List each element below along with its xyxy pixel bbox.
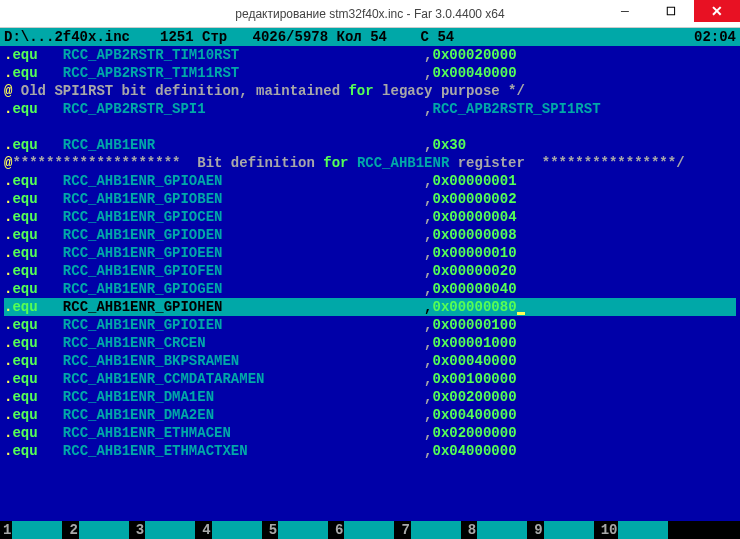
editor-line: .equ RCC_AHB1ENR_BKPSRAMEN ,0x00040000: [4, 352, 736, 370]
editor-line: [4, 118, 736, 136]
fkey-1[interactable]: 1: [2, 521, 62, 539]
editor-line: .equ RCC_APB2RSTR_SPI1 ,RCC_APB2RSTR_SPI…: [4, 100, 736, 118]
minimize-button[interactable]: ─: [602, 0, 648, 22]
fkey-number: 7: [400, 521, 410, 539]
status-info: 1251 Стр 4026/5978 Кол 54 С 54: [130, 28, 694, 46]
fkey-10[interactable]: 10: [600, 521, 669, 539]
fkey-7[interactable]: 7: [400, 521, 460, 539]
fkey-2[interactable]: 2: [68, 521, 128, 539]
fkey-number: 9: [533, 521, 543, 539]
editor-line: .equ RCC_AHB1ENR_GPIOGEN ,0x00000040: [4, 280, 736, 298]
maximize-button[interactable]: ☐: [648, 0, 694, 22]
fkey-number: 10: [600, 521, 619, 539]
editor-line: .equ RCC_AHB1ENR_GPIOCEN ,0x00000004: [4, 208, 736, 226]
editor-line: .equ RCC_AHB1ENR_GPIODEN ,0x00000008: [4, 226, 736, 244]
editor-line: .equ RCC_APB2RSTR_TIM11RST ,0x00040000: [4, 64, 736, 82]
fkey-number: 4: [201, 521, 211, 539]
text-cursor: [517, 312, 525, 315]
status-path: D:\...2f40x.inc: [4, 28, 130, 46]
close-button[interactable]: ✕: [694, 0, 740, 22]
editor-line: .equ RCC_AHB1ENR_ETHMACTXEN ,0x04000000: [4, 442, 736, 460]
status-time: 02:04: [694, 28, 736, 46]
fkey-label: [618, 521, 668, 539]
editor-line: .equ RCC_AHB1ENR_DMA2EN ,0x00400000: [4, 406, 736, 424]
fkey-label: [12, 521, 62, 539]
editor-area[interactable]: .equ RCC_APB2RSTR_TIM10RST ,0x00020000.e…: [0, 46, 740, 460]
fkey-label: [344, 521, 394, 539]
fkey-label: [212, 521, 262, 539]
editor-line: @ Old SPI1RST bit definition, maintained…: [4, 82, 736, 100]
function-key-bar: 12345678910: [0, 521, 740, 539]
editor-line: .equ RCC_AHB1ENR_GPIOBEN ,0x00000002: [4, 190, 736, 208]
editor-line: .equ RCC_AHB1ENR_GPIOEEN ,0x00000010: [4, 244, 736, 262]
window-title: редактирование stm32f40x.inc - Far 3.0.4…: [235, 7, 504, 21]
fkey-9[interactable]: 9: [533, 521, 593, 539]
fkey-number: 5: [268, 521, 278, 539]
editor-line: .equ RCC_AHB1ENR_ETHMACEN ,0x02000000: [4, 424, 736, 442]
editor-line: .equ RCC_AHB1ENR_CCMDATARAMEN ,0x0010000…: [4, 370, 736, 388]
editor-line: .equ RCC_AHB1ENR_CRCEN ,0x00001000: [4, 334, 736, 352]
editor-line: @******************** Bit definition for…: [4, 154, 736, 172]
editor-line: .equ RCC_AHB1ENR_GPIOFEN ,0x00000020: [4, 262, 736, 280]
window-titlebar: редактирование stm32f40x.inc - Far 3.0.4…: [0, 0, 740, 28]
fkey-label: [477, 521, 527, 539]
fkey-6[interactable]: 6: [334, 521, 394, 539]
editor-line: .equ RCC_AHB1ENR_GPIOAEN ,0x00000001: [4, 172, 736, 190]
fkey-number: 8: [467, 521, 477, 539]
fkey-label: [411, 521, 461, 539]
fkey-label: [544, 521, 594, 539]
fkey-number: 6: [334, 521, 344, 539]
fkey-number: 2: [68, 521, 78, 539]
fkey-number: 3: [135, 521, 145, 539]
fkey-number: 1: [2, 521, 12, 539]
fkey-label: [145, 521, 195, 539]
editor-status-bar: D:\...2f40x.inc 1251 Стр 4026/5978 Кол 5…: [0, 28, 740, 46]
fkey-5[interactable]: 5: [268, 521, 328, 539]
editor-line: .equ RCC_AHB1ENR_DMA1EN ,0x00200000: [4, 388, 736, 406]
fkey-8[interactable]: 8: [467, 521, 527, 539]
editor-line: .equ RCC_APB2RSTR_TIM10RST ,0x00020000: [4, 46, 736, 64]
fkey-3[interactable]: 3: [135, 521, 195, 539]
editor-line: .equ RCC_AHB1ENR_GPIOIEN ,0x00000100: [4, 316, 736, 334]
window-controls: ─ ☐ ✕: [602, 0, 740, 22]
editor-line: .equ RCC_AHB1ENR ,0x30: [4, 136, 736, 154]
fkey-4[interactable]: 4: [201, 521, 261, 539]
editor-line: .equ RCC_AHB1ENR_GPIOHEN ,0x00000080: [4, 298, 736, 316]
fkey-label: [278, 521, 328, 539]
fkey-label: [79, 521, 129, 539]
